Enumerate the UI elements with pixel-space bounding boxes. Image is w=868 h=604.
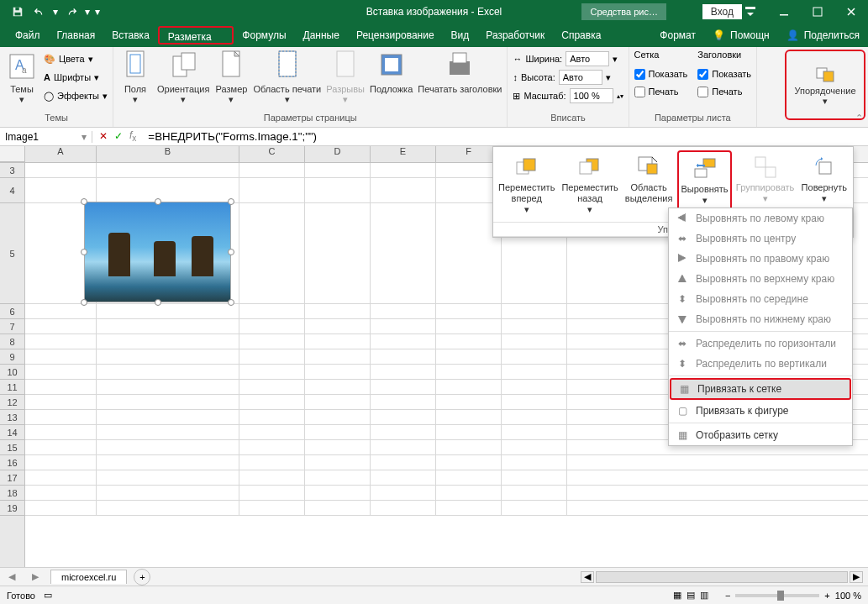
- row-header[interactable]: 16: [0, 455, 24, 470]
- cell[interactable]: [97, 470, 239, 486]
- cell[interactable]: [239, 163, 305, 178]
- cell[interactable]: [305, 410, 371, 425]
- cell[interactable]: [371, 178, 436, 203]
- row-header[interactable]: 4: [0, 178, 24, 203]
- cell[interactable]: [436, 470, 502, 486]
- print-titles-button[interactable]: Печатать заголовки: [418, 50, 502, 94]
- undo-dropdown[interactable]: ▾: [50, 0, 60, 24]
- tab-data[interactable]: Данные: [295, 26, 348, 45]
- cell[interactable]: [436, 425, 502, 440]
- height-input[interactable]: [559, 70, 602, 85]
- sheet-tab[interactable]: microexcel.ru: [50, 570, 127, 584]
- background-button[interactable]: Подложка: [370, 50, 413, 94]
- formula-input[interactable]: [143, 130, 868, 143]
- tab-review[interactable]: Рецензирование: [348, 26, 443, 45]
- cell[interactable]: [97, 304, 239, 319]
- resize-handle[interactable]: [81, 249, 87, 255]
- redo-button[interactable]: [60, 0, 82, 24]
- cell[interactable]: [371, 380, 436, 395]
- cell[interactable]: [371, 395, 436, 410]
- tab-view[interactable]: Вид: [443, 26, 478, 45]
- cell[interactable]: [502, 304, 567, 319]
- undo-button[interactable]: [29, 0, 50, 24]
- cell[interactable]: [371, 470, 436, 486]
- row-header[interactable]: 5: [0, 203, 24, 304]
- row-header[interactable]: 17: [0, 470, 24, 486]
- headings-view-checkbox[interactable]: Показать: [697, 66, 751, 82]
- selection-pane-button[interactable]: Область выделения: [623, 150, 675, 218]
- cell[interactable]: [25, 380, 97, 395]
- cell[interactable]: [371, 486, 436, 501]
- resize-handle[interactable]: [81, 299, 87, 306]
- cell[interactable]: [97, 486, 239, 501]
- zoom-in-button[interactable]: +: [824, 591, 829, 601]
- cell[interactable]: [436, 455, 502, 470]
- cell[interactable]: [97, 365, 239, 380]
- cell[interactable]: [25, 395, 97, 410]
- cell[interactable]: [502, 501, 567, 516]
- cell[interactable]: [25, 455, 97, 470]
- cell[interactable]: [305, 470, 371, 486]
- cell[interactable]: [25, 304, 97, 319]
- cell[interactable]: [97, 395, 239, 410]
- cell[interactable]: [97, 163, 239, 178]
- save-button[interactable]: [7, 0, 29, 24]
- cell[interactable]: [305, 203, 371, 304]
- cell[interactable]: [502, 455, 567, 470]
- tab-insert[interactable]: Вставка: [103, 26, 158, 45]
- column-header[interactable]: E: [371, 146, 436, 162]
- cell[interactable]: [239, 486, 305, 501]
- cell[interactable]: [305, 486, 371, 501]
- effects-button[interactable]: ◯Эффекты ▾: [44, 87, 108, 105]
- name-box[interactable]: Image1▾: [0, 131, 92, 143]
- cell[interactable]: [371, 319, 436, 334]
- cell[interactable]: [371, 203, 436, 304]
- align-menu-item[interactable]: ▦Привязать к сетке: [670, 378, 851, 400]
- macro-record-icon[interactable]: ▭: [44, 590, 52, 601]
- cell[interactable]: [25, 440, 97, 455]
- cell[interactable]: [436, 395, 502, 410]
- cell[interactable]: [371, 455, 436, 470]
- zoom-slider[interactable]: [735, 594, 819, 597]
- size-button[interactable]: Размер▾: [214, 50, 248, 104]
- tab-home[interactable]: Главная: [49, 26, 104, 45]
- resize-handle[interactable]: [155, 198, 161, 205]
- tab-file[interactable]: Файл: [7, 26, 49, 45]
- collapse-ribbon-icon[interactable]: ⌃: [855, 113, 863, 123]
- tab-nav-prev[interactable]: ◀: [0, 571, 24, 582]
- cell[interactable]: [371, 425, 436, 440]
- arrange-button[interactable]: Упорядочение▾: [785, 50, 865, 120]
- column-header[interactable]: A: [25, 146, 97, 162]
- zoom-out-button[interactable]: −: [725, 591, 730, 601]
- row-header[interactable]: 14: [0, 425, 24, 440]
- row-header[interactable]: 7: [0, 319, 24, 334]
- cell[interactable]: [239, 334, 305, 349]
- cell[interactable]: [305, 455, 371, 470]
- tab-help[interactable]: Справка: [553, 26, 609, 45]
- enter-icon[interactable]: ✓: [114, 130, 123, 142]
- row-header[interactable]: 3: [0, 163, 24, 178]
- zoom-level[interactable]: 100 %: [835, 591, 861, 601]
- cell[interactable]: [239, 440, 305, 455]
- cell[interactable]: [239, 380, 305, 395]
- resize-handle[interactable]: [228, 299, 234, 306]
- normal-view-icon[interactable]: ▦: [673, 590, 681, 601]
- cell[interactable]: [436, 349, 502, 365]
- scale-input[interactable]: [570, 88, 613, 103]
- cell[interactable]: [97, 425, 239, 440]
- qat-customize[interactable]: ▾: [92, 0, 103, 24]
- width-input[interactable]: [566, 51, 609, 66]
- resize-handle[interactable]: [228, 198, 234, 205]
- cell[interactable]: [239, 203, 305, 304]
- cell[interactable]: [97, 319, 239, 334]
- orientation-button[interactable]: Ориентация▾: [157, 50, 209, 104]
- minimize-button[interactable]: [767, 0, 801, 24]
- cell[interactable]: [371, 334, 436, 349]
- cell[interactable]: [371, 163, 436, 178]
- cell[interactable]: [502, 349, 567, 365]
- cell[interactable]: [25, 163, 97, 178]
- cell[interactable]: [502, 470, 567, 486]
- cell[interactable]: [305, 365, 371, 380]
- cell[interactable]: [436, 319, 502, 334]
- drawing-tools-tab[interactable]: Средства рис…: [581, 3, 666, 20]
